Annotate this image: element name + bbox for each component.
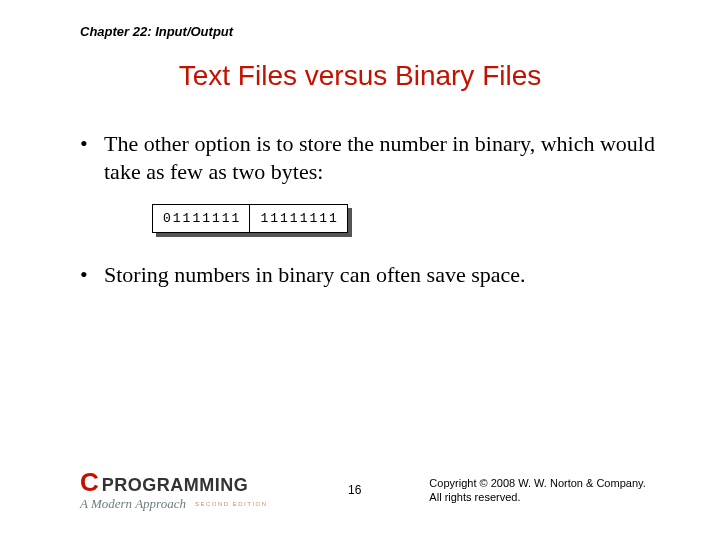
chapter-label: Chapter 22: Input/Output (80, 24, 233, 39)
bullet-mark: • (80, 261, 94, 289)
copyright: Copyright © 2008 W. W. Norton & Company.… (429, 476, 645, 504)
copyright-line2: All rights reserved. (429, 490, 645, 504)
page-number: 16 (348, 483, 361, 497)
bullet-item: • Storing numbers in binary can often sa… (80, 261, 660, 289)
binary-figure: 01111111 11111111 (152, 204, 660, 233)
slide-title: Text Files versus Binary Files (0, 60, 720, 92)
binary-byte-high: 01111111 (153, 205, 249, 232)
bullet-mark: • (80, 130, 94, 186)
slide-content: • The other option is to store the numbe… (80, 130, 660, 305)
bullet-text: The other option is to store the number … (104, 130, 660, 186)
book-logo: C PROGRAMMING A Modern Approach SECOND E… (80, 467, 280, 512)
logo-subtitle: A Modern Approach (80, 496, 186, 512)
footer: C PROGRAMMING A Modern Approach SECOND E… (80, 467, 680, 512)
logo-c-letter: C (80, 467, 98, 498)
logo-programming-word: PROGRAMMING (102, 475, 249, 496)
bullet-text: Storing numbers in binary can often save… (104, 261, 526, 289)
bullet-item: • The other option is to store the numbe… (80, 130, 660, 186)
copyright-line1: Copyright © 2008 W. W. Norton & Company. (429, 476, 645, 490)
binary-byte-low: 11111111 (249, 205, 346, 232)
logo-edition: SECOND EDITION (192, 500, 271, 508)
